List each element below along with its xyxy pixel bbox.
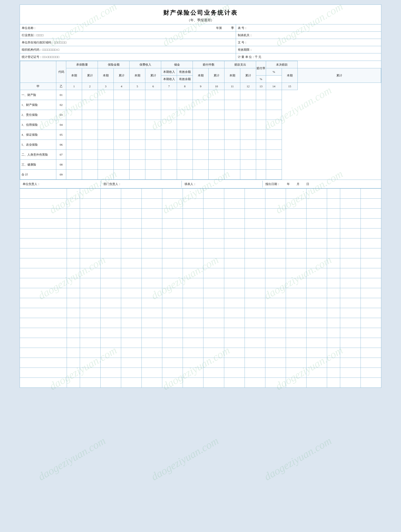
- table-body: 一、财产险011、财产保险022、责任保险033、信用保险044、保证保险055…: [20, 90, 381, 180]
- extra-cell: [286, 218, 307, 228]
- row-7-col-13: [266, 160, 282, 170]
- row-code-8: 09: [56, 170, 66, 180]
- extra-cell: [327, 328, 340, 338]
- watermark-16: daogeziyuan.com: [36, 434, 108, 483]
- extra-cell: [20, 199, 67, 209]
- extra-cell: [162, 338, 183, 348]
- unit-value: 千 元: [255, 55, 261, 59]
- extra-cell: [244, 358, 265, 368]
- extra-cell: [121, 338, 142, 348]
- extra-cell: [67, 209, 80, 218]
- extra-cell: [203, 278, 224, 288]
- row-1-col-4: [130, 100, 145, 110]
- maker-cell: 制表机关：: [236, 32, 381, 39]
- row-8-col-4: [130, 170, 145, 180]
- th-1: 1: [66, 83, 82, 90]
- row-3-col-3: [114, 120, 130, 130]
- extra-cell: [100, 278, 121, 288]
- extra-cell: [121, 328, 142, 338]
- th-12: 12: [240, 83, 256, 90]
- footer-day-label: 日: [306, 182, 309, 186]
- extra-cell: [203, 199, 224, 209]
- extra-row: [20, 199, 381, 209]
- extra-cell: [203, 218, 224, 228]
- extra-cell: [224, 268, 244, 278]
- row-8-col-8: [193, 170, 209, 180]
- extra-cell: [327, 358, 340, 368]
- extra-cell: [67, 218, 80, 228]
- footer-unit-head: 单位负责人：: [20, 181, 101, 188]
- row-2-col-8: [193, 110, 209, 120]
- th-reserve: 储金: [161, 61, 193, 68]
- extra-cell: [80, 338, 100, 348]
- extra-cell: [67, 199, 80, 209]
- row-4-col-5: [145, 130, 161, 140]
- row-name-7: 三、健康险: [20, 160, 56, 170]
- extra-cell: [361, 338, 381, 348]
- extra-cell: [67, 268, 80, 278]
- doc-no-cell: 文 号：: [236, 39, 381, 46]
- row-1-col-1: [82, 100, 98, 110]
- extra-cell: [286, 258, 307, 268]
- extra-cell: [307, 209, 327, 218]
- extra-cell: [183, 199, 203, 209]
- extra-cell: [286, 348, 307, 358]
- data-table: 代码 承保数量 保险金额 保费收入 储金 赔付件数 赔款支出 赔付率 未决赔款 …: [20, 61, 381, 180]
- extra-cell: [244, 228, 265, 238]
- row-5-col-3: [114, 140, 130, 150]
- unit-name-label: 单位名称：: [22, 26, 36, 30]
- row-8-col-7: [177, 170, 193, 180]
- extra-cell: [20, 189, 67, 199]
- row-5-col-7: [177, 140, 193, 150]
- extra-cell: [20, 238, 67, 248]
- extra-cell: [265, 328, 286, 338]
- extra-cell: [340, 268, 361, 278]
- extra-cell: [20, 328, 67, 338]
- extra-cell: [224, 248, 244, 258]
- extra-cell: [20, 348, 67, 358]
- extra-cell: [244, 368, 265, 378]
- org-code-label: 组织机构代码：□□□□□□□□-□: [22, 48, 59, 52]
- extra-cell: [327, 248, 340, 258]
- extra-cell: [162, 328, 183, 338]
- extra-cell: [244, 189, 265, 199]
- row-6-col-9: [209, 150, 225, 160]
- row-2-col-0: [66, 110, 82, 120]
- th-7: 7: [161, 83, 177, 90]
- extra-cell: [307, 308, 327, 318]
- row-4-col-4: [130, 130, 145, 140]
- extra-cell: [224, 378, 244, 388]
- extra-cell: [307, 228, 327, 238]
- table-row: 三、健康险08: [20, 160, 381, 170]
- extra-cell: [265, 368, 286, 378]
- row-code-5: 06: [56, 140, 66, 150]
- org-code-cell: 组织机构代码：□□□□□□□□-□: [20, 46, 236, 53]
- extra-row: [20, 368, 381, 378]
- row-0-col-12: [256, 90, 266, 100]
- extra-cell: [224, 209, 244, 218]
- extra-row: [20, 209, 381, 218]
- extra-cell: [183, 318, 203, 328]
- extra-cell: [327, 348, 340, 358]
- row-5-col-10: [225, 140, 240, 150]
- row-7-col-6: [161, 160, 177, 170]
- th-claim-payout: 赔款支出: [225, 61, 256, 68]
- extra-cell: [162, 308, 183, 318]
- row-0-col-9: [209, 90, 225, 100]
- extra-cell: [121, 248, 142, 258]
- th-cumul-3: 累计: [145, 68, 161, 83]
- info-section: 单位名称： 年第 季 表 号： 行业类别：□□□□ 制表机关：: [20, 24, 381, 61]
- extra-cell: [67, 378, 80, 388]
- extra-cell: [142, 358, 162, 368]
- extra-cell: [20, 209, 67, 218]
- maker-label: 制表机关：: [238, 33, 252, 37]
- stat-reg-label: 统计登记证号：□□-□□□□□□□: [22, 55, 59, 59]
- table-row: 合 计09: [20, 170, 381, 180]
- extra-cell: [265, 318, 286, 328]
- extra-cell: [307, 278, 327, 288]
- extra-cell: [162, 358, 183, 368]
- row-6-col-0: [66, 150, 82, 160]
- extra-cell: [340, 209, 361, 218]
- table-row: 2、责任保险03: [20, 110, 381, 120]
- extra-cell: [183, 358, 203, 368]
